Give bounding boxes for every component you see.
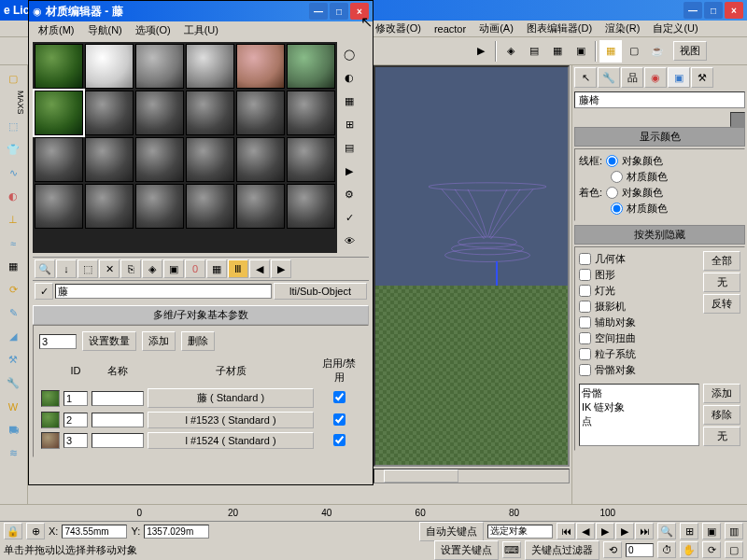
key-filter-button[interactable]: 关键点过滤器: [525, 540, 599, 560]
sub-swatch-3[interactable]: [41, 432, 60, 449]
radio-sh-material[interactable]: [611, 203, 623, 215]
toolbar-diamond-icon[interactable]: ◈: [500, 40, 522, 63]
panel-tab-utilities-icon[interactable]: ⚒: [691, 67, 713, 88]
swatch-23[interactable]: [287, 184, 335, 229]
viewport-label-button[interactable]: 视图: [673, 41, 707, 61]
swatch-12[interactable]: [35, 137, 83, 182]
me-minimize-button[interactable]: —: [309, 3, 328, 20]
me-menu-material[interactable]: 材质(M): [33, 21, 80, 39]
panel-tab-display-icon[interactable]: ▣: [668, 67, 690, 88]
panel-tab-modify-icon[interactable]: 🔧: [598, 67, 620, 88]
swatch-16[interactable]: [236, 137, 285, 182]
main-minimize-button[interactable]: —: [684, 2, 702, 19]
left-paint-icon[interactable]: W: [2, 396, 24, 418]
viewport-hscrollbar[interactable]: [374, 469, 570, 483]
check-bones[interactable]: [579, 364, 591, 376]
main-close-button[interactable]: ×: [725, 2, 743, 19]
rollout-display-color-header[interactable]: 显示颜色: [574, 127, 745, 147]
left-rope-icon[interactable]: ∿: [2, 162, 24, 185]
btn-hide-none[interactable]: 无: [703, 273, 740, 292]
nav-zoom-all-icon[interactable]: ⊞: [680, 523, 698, 539]
swatch-7[interactable]: [85, 91, 134, 135]
left-wind-icon[interactable]: ≋: [2, 442, 24, 465]
menu-render[interactable]: 渲染(R): [599, 20, 645, 37]
next-frame-icon[interactable]: ▶: [615, 523, 634, 539]
me-map-nav-icon[interactable]: 👁: [338, 230, 360, 252]
frame-input[interactable]: [626, 543, 654, 557]
check-geometry[interactable]: [579, 253, 591, 265]
sub-id-3[interactable]: [63, 433, 88, 448]
key-tangent-icon[interactable]: ⟲: [603, 541, 622, 558]
material-name-input[interactable]: [55, 284, 272, 299]
radio-wf-material[interactable]: [611, 171, 623, 183]
btn-sub-add[interactable]: 添加: [142, 331, 176, 351]
left-pencil-icon[interactable]: ✎: [2, 302, 24, 325]
me-options-icon[interactable]: ⚙: [338, 183, 360, 205]
panel-tab-motion-icon[interactable]: ◉: [644, 67, 667, 88]
sub-enable-3[interactable]: [333, 434, 345, 446]
me-show-map-icon[interactable]: ▦: [206, 259, 227, 278]
left-car-icon[interactable]: ⛟: [2, 419, 24, 441]
pick-material-dropdown[interactable]: ✓: [35, 283, 53, 300]
sub-id-1[interactable]: [63, 391, 88, 406]
check-spacewarps[interactable]: [579, 332, 591, 344]
scrollbar-thumb[interactable]: [384, 469, 458, 483]
lock-icon[interactable]: 🔒: [4, 523, 22, 539]
swatch-5[interactable]: [287, 44, 335, 89]
btn-none2[interactable]: 无: [703, 427, 740, 446]
menu-customize[interactable]: 自定义(U): [647, 20, 703, 37]
selected-filter[interactable]: [487, 525, 553, 539]
swatch-10[interactable]: [236, 91, 285, 135]
prev-frame-icon[interactable]: ◀: [576, 523, 595, 539]
main-maximize-button[interactable]: □: [704, 2, 723, 19]
radio-sh-object[interactable]: [606, 187, 618, 199]
material-editor-titlebar[interactable]: ◉ 材质编辑器 - 藤 — □ ×: [29, 1, 373, 21]
left-shirt-icon[interactable]: 👕: [2, 139, 24, 161]
tab-box-icon[interactable]: ▢: [2, 67, 24, 90]
me-video-check-icon[interactable]: ▤: [338, 136, 360, 159]
me-get-material-icon[interactable]: 🔍: [35, 259, 55, 278]
swatch-15[interactable]: [186, 137, 234, 182]
panel-tab-create-icon[interactable]: ↖: [574, 67, 597, 88]
rollout-hide-header[interactable]: 按类别隐藏: [574, 225, 745, 245]
swatch-1[interactable]: [85, 44, 134, 89]
me-menu-utilities[interactable]: 工具(U): [178, 21, 224, 39]
sub-mat-btn-3[interactable]: l #1524 ( Standard ): [148, 432, 314, 449]
nav-zoom-icon[interactable]: 🔍: [657, 523, 676, 539]
material-type-button[interactable]: lti/Sub-Object: [274, 283, 367, 300]
check-cameras[interactable]: [579, 301, 591, 313]
key-mode-icon[interactable]: ⌨: [502, 541, 521, 558]
nav-fov-icon[interactable]: ▥: [725, 523, 743, 539]
toolbar-layers2-icon[interactable]: ▦: [546, 40, 569, 63]
me-preview-icon[interactable]: ▶: [338, 160, 360, 182]
left-wave-icon[interactable]: ≈: [2, 232, 24, 255]
me-show-end-icon[interactable]: Ⅲ: [228, 259, 248, 278]
check-helpers[interactable]: [579, 316, 591, 329]
btn-hide-invert[interactable]: 反转: [703, 294, 740, 314]
btn-sub-delete[interactable]: 删除: [181, 331, 215, 351]
me-go-forward-icon[interactable]: ▶: [271, 259, 291, 278]
swatch-14[interactable]: [135, 137, 184, 182]
sub-enable-2[interactable]: [333, 413, 345, 426]
toolbar-arrow-icon[interactable]: ▶: [470, 40, 492, 63]
left-cube-icon[interactable]: ⬚: [2, 116, 24, 138]
coord-x-input[interactable]: [62, 525, 127, 539]
radio-wf-object[interactable]: [606, 155, 618, 167]
menu-graph-editors[interactable]: 图表编辑器(D): [521, 20, 598, 37]
panel-tab-hierarchy-icon[interactable]: 品: [621, 67, 643, 88]
swatch-2[interactable]: [135, 44, 184, 89]
me-put-library-icon[interactable]: ▣: [163, 259, 184, 278]
me-make-unique-icon[interactable]: ◈: [142, 259, 162, 278]
left-spoon-icon[interactable]: ◢: [2, 326, 24, 348]
btn-set-count[interactable]: 设置数量: [82, 331, 136, 351]
swatch-6-selected[interactable]: [35, 91, 83, 135]
toolbar-teapot-icon[interactable]: ☕: [646, 40, 669, 63]
swatch-8[interactable]: [135, 91, 184, 135]
swatch-22[interactable]: [236, 184, 285, 229]
me-uv-tile-icon[interactable]: ⊞: [338, 113, 360, 135]
me-go-parent-icon[interactable]: ◀: [249, 259, 270, 278]
check-lights[interactable]: [579, 285, 591, 297]
sub-mat-btn-2[interactable]: l #1523 ( Standard ): [148, 412, 314, 428]
toolbar-monitor-icon[interactable]: ▢: [623, 40, 645, 63]
time-config-icon[interactable]: ⏱: [657, 541, 676, 558]
